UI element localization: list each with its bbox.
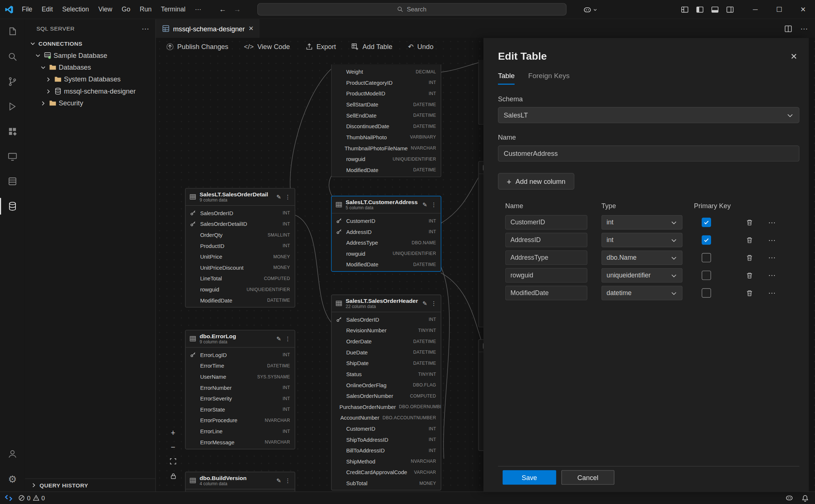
menu-view[interactable]: View xyxy=(94,4,116,15)
table-column-row[interactable]: BillToAddressIDINT xyxy=(332,445,441,456)
table-column-row[interactable]: UnitPriceDiscountMONEY xyxy=(185,262,295,273)
table-column-row[interactable]: ErrorMessageNVARCHAR xyxy=(185,437,295,448)
table-column-row[interactable]: ThumbnailPhotoFileNameNVARCHAR xyxy=(332,142,441,153)
menu-edit[interactable]: Edit xyxy=(38,4,57,15)
delete-column-icon[interactable] xyxy=(746,272,754,279)
edit-table-icon[interactable]: ✎ xyxy=(422,202,427,208)
table-column-row[interactable]: WeightDECIMAL xyxy=(332,66,441,77)
tree-item-system-databases[interactable]: System Databases xyxy=(25,73,156,85)
add-new-column-button[interactable]: + Add new column xyxy=(498,173,574,190)
add-table-button[interactable]: Add Table xyxy=(352,43,393,50)
tree-item-security[interactable]: Security xyxy=(25,97,156,109)
column-name-input[interactable] xyxy=(505,215,588,230)
table-column-row[interactable]: UserNameSYS.SYSNAME xyxy=(185,371,295,382)
source-control-icon[interactable] xyxy=(0,69,25,94)
maximize-button[interactable]: ☐ xyxy=(767,0,791,19)
table-column-row[interactable]: SalesOrderDetailIDINT xyxy=(185,218,295,230)
table-column-row[interactable]: ShipToAddressIDINT xyxy=(332,434,441,445)
menu-overflow[interactable]: ··· xyxy=(191,4,205,15)
export-button[interactable]: Export xyxy=(306,43,336,50)
table-column-row[interactable]: ErrorLogIDINT xyxy=(185,349,295,360)
explorer-icon[interactable] xyxy=(0,19,25,44)
column-more-actions-icon[interactable]: ⋯ xyxy=(768,271,776,280)
save-button[interactable]: Save xyxy=(503,470,556,484)
panel-close-icon[interactable]: ✕ xyxy=(790,52,797,62)
sql-server-icon[interactable] xyxy=(0,169,25,194)
table-column-row[interactable]: ThumbNailPhotoVARBINARY xyxy=(332,132,441,143)
toggle-primary-sidebar-icon[interactable] xyxy=(696,6,704,14)
undo-button[interactable]: ↶ Undo xyxy=(408,43,433,50)
table-column-row[interactable]: OrderQtySMALLINT xyxy=(185,229,295,240)
run-debug-icon[interactable] xyxy=(0,94,25,119)
edit-table-icon[interactable]: ✎ xyxy=(276,477,281,484)
table-column-row[interactable]: OnlineOrderFlagDBO.FLAG xyxy=(332,379,441,391)
table-column-row[interactable]: ErrorLineINT xyxy=(185,426,295,437)
tab-close-icon[interactable]: ✕ xyxy=(248,25,254,32)
table-column-row[interactable]: DueDateDATETIME xyxy=(332,347,441,358)
column-type-select[interactable]: int xyxy=(601,215,682,230)
diagram-table-error-log[interactable]: dbo.ErrorLog9 column data✎⋮ErrorLogIDINT… xyxy=(185,330,295,449)
diagram-table-product-partial[interactable]: WeightDECIMALProductCategoryIDINTProduct… xyxy=(331,64,441,177)
view-code-button[interactable]: </> View Code xyxy=(244,43,290,50)
table-column-row[interactable]: AddressTypeDBO.NAME xyxy=(332,237,441,248)
table-more-icon[interactable]: ⋮ xyxy=(431,300,437,307)
tab-mssql-schema-designer[interactable]: mssql-schema-designer ✕ xyxy=(156,19,260,38)
delete-column-icon[interactable] xyxy=(746,219,754,226)
table-column-row[interactable]: ModifiedDateDATETIME xyxy=(332,259,441,270)
publish-changes-button[interactable]: Publish Changes xyxy=(166,43,228,50)
table-column-row[interactable]: OrderDateDATETIME xyxy=(332,336,441,347)
diagram-table-sales-order-detail[interactable]: SalesLT.SalesOrderDetail9 column data✎⋮S… xyxy=(185,188,295,308)
table-column-row[interactable]: DiscontinuedDateDATETIME xyxy=(332,120,441,132)
extensions-icon[interactable] xyxy=(0,119,25,144)
table-column-row[interactable]: UnitPriceMONEY xyxy=(185,251,295,262)
column-type-select[interactable]: dbo.Name xyxy=(601,251,682,265)
table-column-row[interactable]: CreditCardApprovalCodeVARCHAR xyxy=(332,467,441,478)
table-column-row[interactable]: ErrorStateINT xyxy=(185,404,295,415)
split-editor-icon[interactable] xyxy=(784,25,792,32)
table-column-row[interactable]: AccountNumberDBO.ACCOUNTNUMBER xyxy=(332,412,441,423)
table-column-row[interactable]: ProductCategoryIDINT xyxy=(332,77,441,88)
table-name-input[interactable] xyxy=(498,146,800,162)
remote-explorer-icon[interactable] xyxy=(0,144,25,169)
zoom-out-icon[interactable]: − xyxy=(168,442,178,451)
tab-foreign-keys[interactable]: Foreign Keys xyxy=(528,72,570,85)
delete-column-icon[interactable] xyxy=(746,237,754,244)
tab-table[interactable]: Table xyxy=(498,72,515,85)
table-column-row[interactable]: CustomerIDINT xyxy=(332,423,441,434)
cancel-button[interactable]: Cancel xyxy=(561,470,614,484)
table-more-icon[interactable]: ⋮ xyxy=(285,194,291,200)
toggle-panel-icon[interactable] xyxy=(711,6,719,14)
primary-key-checkbox[interactable] xyxy=(702,288,711,298)
primary-key-checkbox[interactable] xyxy=(702,235,711,245)
settings-gear-icon[interactable]: ⚙ xyxy=(0,466,25,491)
table-column-row[interactable]: rowguidUNIQUEIDENTIFIER xyxy=(332,248,441,259)
column-more-actions-icon[interactable]: ⋯ xyxy=(768,218,776,227)
copilot-menu[interactable] xyxy=(583,6,598,14)
column-name-input[interactable] xyxy=(505,286,588,300)
nav-back-icon[interactable]: ← xyxy=(219,5,226,14)
fit-view-icon[interactable] xyxy=(168,456,178,466)
column-name-input[interactable] xyxy=(505,251,588,265)
problems-status[interactable]: 0 0 xyxy=(18,494,45,502)
search-icon[interactable] xyxy=(0,44,25,69)
table-column-row[interactable]: ErrorNumberINT xyxy=(185,382,295,393)
table-column-row[interactable]: SalesOrderIDINT xyxy=(332,314,441,325)
menu-run[interactable]: Run xyxy=(136,4,156,15)
tree-item-databases[interactable]: Databases xyxy=(25,61,156,73)
menu-terminal[interactable]: Terminal xyxy=(157,4,189,15)
tree-item-sample-database[interactable]: Sample Database xyxy=(25,49,156,61)
query-history-section[interactable]: QUERY HISTORY xyxy=(25,479,156,491)
diagram-table-build-version[interactable]: dbo.BuildVersion4 column data✎⋮ xyxy=(185,472,295,491)
zoom-in-icon[interactable]: + xyxy=(168,428,178,437)
primary-key-checkbox[interactable] xyxy=(702,218,711,227)
diagram-table-sales-order-header[interactable]: SalesLT.SalesOrderHeader22 column data✎⋮… xyxy=(331,295,441,491)
table-column-row[interactable]: rowguidUNIQUEIDENTIFIER xyxy=(185,284,295,295)
notifications-bell-icon[interactable] xyxy=(801,494,809,502)
table-column-row[interactable]: ShipMethodNVARCHAR xyxy=(332,456,441,467)
tree-item-mssql-schema-designer[interactable]: mssql-schema-designer xyxy=(25,85,156,97)
table-column-row[interactable]: SellStartDateDATETIME xyxy=(332,99,441,110)
column-more-actions-icon[interactable]: ⋯ xyxy=(768,236,776,244)
command-center-search[interactable]: Search xyxy=(257,3,567,15)
copilot-status-icon[interactable] xyxy=(786,494,793,502)
menu-go[interactable]: Go xyxy=(118,4,135,15)
